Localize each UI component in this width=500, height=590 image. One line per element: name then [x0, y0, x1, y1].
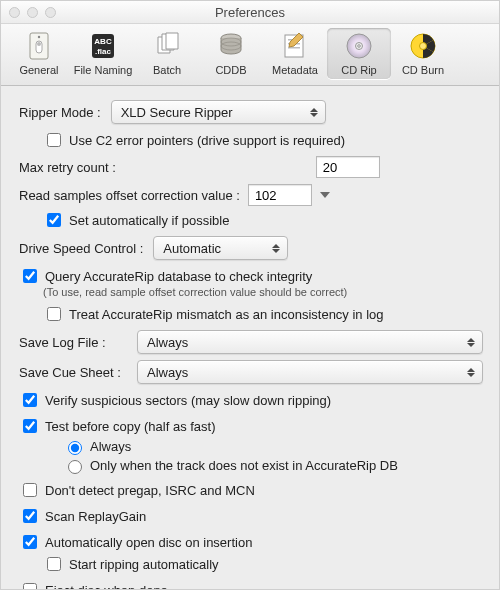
preferences-toolbar: General ABC.flac File Naming Batch CDDB …	[1, 24, 499, 86]
auto-open-disc-checkbox[interactable]: Automatically open disc on insertion	[19, 532, 252, 552]
select-value: Always	[147, 335, 188, 350]
checkbox-label: Test before copy (half as fast)	[45, 419, 216, 434]
preferences-body: Ripper Mode : XLD Secure Ripper Use C2 e…	[1, 86, 499, 589]
checkbox-label: Use C2 error pointers (drive support is …	[69, 133, 345, 148]
use-c2-checkbox[interactable]: Use C2 error pointers (drive support is …	[43, 130, 345, 150]
checkbox-label: Treat AccurateRip mismatch as an inconsi…	[69, 307, 384, 322]
checkbox-label: Set automatically if possible	[69, 213, 229, 228]
eject-disc-checkbox[interactable]: Eject disc when done	[19, 580, 168, 589]
drive-speed-select[interactable]: Automatic	[153, 236, 288, 260]
cd-rip-icon	[342, 30, 376, 62]
svg-text:ABC: ABC	[94, 37, 112, 46]
max-retry-input[interactable]	[316, 156, 380, 178]
auto-offset-checkbox[interactable]: Set automatically if possible	[43, 210, 229, 230]
tab-label: File Naming	[74, 64, 133, 76]
preferences-window: Preferences General ABC.flac File Naming…	[0, 0, 500, 590]
checkbox-label: Start ripping automatically	[69, 557, 219, 572]
tab-label: General	[19, 64, 58, 76]
query-accuraterip-checkbox[interactable]: Query AccurateRip database to check inte…	[19, 266, 312, 286]
test-when-notindb-radio[interactable]	[68, 460, 82, 474]
checkbox-label: Scan ReplayGain	[45, 509, 146, 524]
window-titlebar: Preferences	[1, 1, 499, 24]
svg-point-16	[358, 45, 361, 48]
tab-label: Metadata	[272, 64, 318, 76]
dropdown-triangle-icon[interactable]	[320, 192, 330, 198]
checkbox-label: Don't detect pregap, ISRC and MCN	[45, 483, 255, 498]
chevron-updown-icon	[269, 244, 283, 253]
tab-batch[interactable]: Batch	[135, 28, 199, 79]
tab-general[interactable]: General	[7, 28, 71, 79]
tab-metadata[interactable]: Metadata	[263, 28, 327, 79]
tab-file-naming[interactable]: ABC.flac File Naming	[71, 28, 135, 79]
svg-text:.flac: .flac	[95, 47, 112, 56]
checkbox-label: Automatically open disc on insertion	[45, 535, 252, 550]
general-icon	[22, 30, 56, 62]
scan-replaygain-checkbox[interactable]: Scan ReplayGain	[19, 506, 146, 526]
save-log-select[interactable]: Always	[137, 330, 483, 354]
tab-cd-rip[interactable]: CD Rip	[327, 28, 391, 79]
checkbox-label: Verify suspicious sectors (may slow down…	[45, 393, 331, 408]
select-value: XLD Secure Ripper	[121, 105, 233, 120]
save-cue-select[interactable]: Always	[137, 360, 483, 384]
treat-mismatch-checkbox[interactable]: Treat AccurateRip mismatch as an inconsi…	[43, 304, 384, 324]
test-when-always-radio[interactable]	[68, 441, 82, 455]
svg-point-1	[38, 36, 40, 38]
drive-speed-label: Drive Speed Control :	[19, 241, 143, 256]
accuraterip-hint: (To use, read sample offset correction v…	[19, 286, 483, 298]
test-before-copy-checkbox[interactable]: Test before copy (half as fast)	[19, 416, 216, 436]
radio-label: Only when the track does not exist in Ac…	[90, 458, 398, 473]
tab-label: Batch	[153, 64, 181, 76]
select-value: Always	[147, 365, 188, 380]
save-cue-label: Save Cue Sheet :	[19, 365, 137, 380]
metadata-icon	[278, 30, 312, 62]
cddb-icon	[214, 30, 248, 62]
tab-cddb[interactable]: CDDB	[199, 28, 263, 79]
ripper-mode-select[interactable]: XLD Secure Ripper	[111, 100, 326, 124]
batch-icon	[150, 30, 184, 62]
svg-point-18	[420, 43, 427, 50]
verify-suspicious-checkbox[interactable]: Verify suspicious sectors (may slow down…	[19, 390, 331, 410]
cd-burn-icon	[406, 30, 440, 62]
svg-point-3	[37, 42, 41, 46]
offset-correction-label: Read samples offset correction value :	[19, 188, 240, 203]
dont-detect-checkbox[interactable]: Don't detect pregap, ISRC and MCN	[19, 480, 255, 500]
window-title: Preferences	[1, 5, 499, 20]
start-ripping-checkbox[interactable]: Start ripping automatically	[43, 554, 219, 574]
checkbox-label: Eject disc when done	[45, 583, 168, 590]
tab-cd-burn[interactable]: CD Burn	[391, 28, 455, 79]
chevron-updown-icon	[307, 108, 321, 117]
select-value: Automatic	[163, 241, 221, 256]
max-retry-label: Max retry count :	[19, 160, 116, 175]
ripper-mode-label: Ripper Mode :	[19, 105, 101, 120]
chevron-updown-icon	[464, 368, 478, 377]
save-log-label: Save Log File :	[19, 335, 137, 350]
checkbox-label: Query AccurateRip database to check inte…	[45, 269, 312, 284]
tab-label: CD Rip	[341, 64, 376, 76]
tab-label: CD Burn	[402, 64, 444, 76]
radio-label: Always	[90, 439, 131, 454]
file-naming-icon: ABC.flac	[86, 30, 120, 62]
chevron-updown-icon	[464, 338, 478, 347]
offset-correction-input[interactable]	[248, 184, 312, 206]
tab-label: CDDB	[215, 64, 246, 76]
